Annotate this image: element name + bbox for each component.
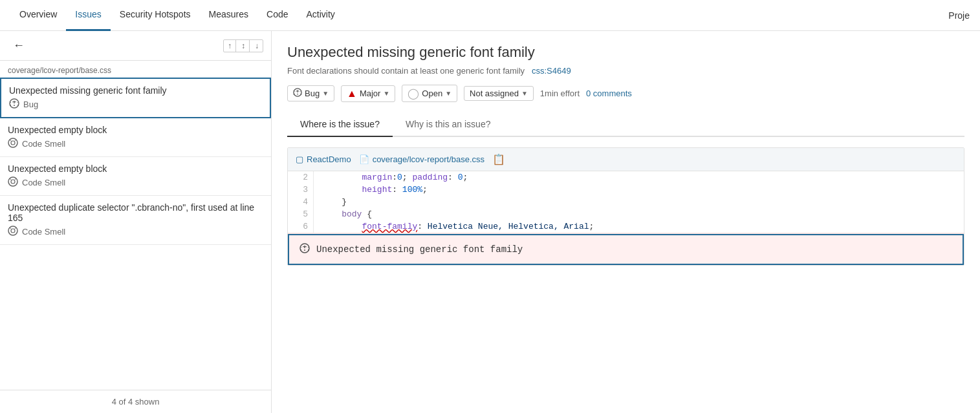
- detail-badges: Bug ▼ ▲ Major ▼ ◯ Open ▼ Not assigned ▼ …: [287, 85, 964, 102]
- bug-icon: [9, 98, 19, 111]
- svg-point-8: [11, 141, 15, 145]
- issue-title: Unexpected empty block: [8, 164, 263, 174]
- code-line: 2 margin:0; padding: 0;: [288, 171, 964, 184]
- file-icon: 📄: [359, 154, 369, 164]
- issue-meta: Code Smell: [8, 138, 263, 150]
- comments-link[interactable]: 0 comments: [586, 89, 632, 98]
- line-content: font-family: Helvetica Neue, Helvetica, …: [314, 220, 964, 233]
- bug-small-icon: [293, 88, 302, 99]
- sort-reset-button[interactable]: ↕: [237, 40, 250, 52]
- main-layout: ← ↑ ↕ ↓ coverage/lcov-report/base.css Un…: [0, 31, 980, 413]
- sidebar-toolbar: ← ↑ ↕ ↓: [0, 31, 271, 61]
- line-number: 2: [288, 171, 314, 184]
- smell-icon: [8, 176, 18, 189]
- top-nav: Overview Issues Security Hotspots Measur…: [0, 0, 980, 31]
- list-item[interactable]: Unexpected duplicate selector ".cbranch-…: [0, 196, 271, 245]
- copy-button[interactable]: 📋: [492, 153, 505, 165]
- project-link[interactable]: ▢ ReactDemo: [296, 154, 351, 164]
- code-header: ▢ ReactDemo 📄 coverage/lcov-report/base.…: [288, 148, 964, 171]
- svg-line-9: [10, 140, 12, 142]
- status-badge-label: Open: [422, 89, 442, 98]
- issue-title: Unexpected duplicate selector ".cbranch-…: [8, 202, 263, 223]
- code-line: 4 }: [288, 196, 964, 208]
- severity-badge-label: Major: [360, 89, 381, 98]
- sidebar-list: coverage/lcov-report/base.css Unexpected…: [0, 61, 271, 390]
- svg-line-18: [15, 228, 17, 229]
- detail-subtitle: Font declarations should contain at leas…: [287, 66, 964, 76]
- file-label: coverage/lcov-report/base.css: [373, 154, 485, 164]
- code-line: 5 body {: [288, 208, 964, 220]
- status-chevron: ▼: [445, 90, 452, 97]
- nav-overview[interactable]: Overview: [10, 0, 66, 31]
- nav-project-label: Proje: [948, 10, 970, 21]
- list-item[interactable]: Unexpected missing generic font family: [0, 78, 271, 118]
- assignee-chevron: ▼: [521, 90, 528, 97]
- issue-type-label: Bug: [23, 100, 38, 109]
- detail-tabs: Where is the issue? Why is this an issue…: [287, 112, 964, 137]
- issue-banner: Unexpected missing generic font family: [288, 234, 964, 265]
- project-label: ReactDemo: [307, 154, 351, 164]
- file-link[interactable]: 📄 coverage/lcov-report/base.css: [359, 154, 485, 164]
- nav-security[interactable]: Security Hotspots: [111, 0, 200, 31]
- issue-type-label: Code Smell: [22, 227, 65, 237]
- issue-meta: Bug: [9, 98, 262, 111]
- line-content: body {: [314, 208, 964, 220]
- issue-banner-text: Unexpected missing generic font family: [316, 244, 523, 255]
- line-content: margin:0; padding: 0;: [314, 171, 964, 184]
- line-content: }: [314, 196, 964, 208]
- issue-meta: Code Smell: [8, 176, 263, 189]
- svg-line-10: [15, 140, 17, 142]
- code-body: 2 margin:0; padding: 0; 3 height: 100%; …: [288, 171, 964, 265]
- type-badge-chevron: ▼: [322, 90, 329, 97]
- issue-meta: Code Smell: [8, 226, 263, 238]
- code-line: 3 height: 100%;: [288, 184, 964, 196]
- line-number: 3: [288, 184, 314, 196]
- severity-badge[interactable]: ▲ Major ▼: [341, 85, 395, 102]
- nav-measures[interactable]: Measures: [200, 0, 257, 31]
- nav-activity[interactable]: Activity: [297, 0, 343, 31]
- detail-title: Unexpected missing generic font family: [287, 44, 964, 61]
- smell-icon: [8, 138, 18, 150]
- file-group-label: coverage/lcov-report/base.css: [0, 61, 271, 78]
- code-viewer: ▢ ReactDemo 📄 coverage/lcov-report/base.…: [287, 147, 964, 266]
- banner-bug-icon: [299, 243, 310, 256]
- back-button[interactable]: ←: [8, 36, 30, 55]
- svg-point-16: [11, 229, 15, 233]
- issue-type-label: Code Smell: [22, 139, 65, 149]
- tab-where[interactable]: Where is the issue?: [287, 112, 393, 137]
- assignee-badge-label: Not assigned: [470, 89, 519, 98]
- effort-text: 1min effort: [540, 89, 580, 98]
- severity-icon: ▲: [347, 88, 357, 100]
- code-line: 6 font-family: Helvetica Neue, Helvetica…: [288, 220, 964, 234]
- svg-line-17: [10, 228, 12, 229]
- project-icon: ▢: [296, 154, 303, 164]
- svg-line-13: [10, 178, 12, 180]
- line-number: 6: [288, 220, 314, 233]
- svg-point-12: [11, 180, 15, 184]
- line-number: 4: [288, 196, 314, 208]
- nav-issues[interactable]: Issues: [66, 0, 110, 31]
- nav-code[interactable]: Code: [257, 0, 297, 31]
- type-badge[interactable]: Bug ▼: [287, 85, 334, 101]
- sidebar-footer: 4 of 4 shown: [0, 390, 271, 413]
- line-number: 5: [288, 208, 314, 220]
- line-content: height: 100%;: [314, 184, 964, 196]
- smell-icon: [8, 226, 18, 238]
- issue-type-label: Code Smell: [22, 178, 65, 187]
- list-item[interactable]: Unexpected empty block Code Smell: [0, 157, 271, 196]
- detail-panel: Unexpected missing generic font family F…: [272, 31, 980, 413]
- status-badge[interactable]: ◯ Open ▼: [402, 85, 457, 102]
- severity-chevron: ▼: [383, 90, 389, 97]
- issue-title: Unexpected empty block: [8, 125, 263, 135]
- type-badge-label: Bug: [305, 89, 320, 98]
- sort-controls: ↑ ↕ ↓: [223, 39, 263, 52]
- rule-link[interactable]: css:S4649: [532, 66, 571, 76]
- assignee-badge[interactable]: Not assigned ▼: [464, 86, 534, 101]
- svg-line-14: [15, 178, 17, 180]
- sort-up-button[interactable]: ↑: [224, 40, 236, 52]
- sort-down-button[interactable]: ↓: [251, 40, 263, 52]
- tab-why[interactable]: Why is this an issue?: [393, 112, 504, 137]
- list-item[interactable]: Unexpected empty block Code Smell: [0, 118, 271, 157]
- issue-title: Unexpected missing generic font family: [9, 85, 262, 96]
- sidebar: ← ↑ ↕ ↓ coverage/lcov-report/base.css Un…: [0, 31, 272, 413]
